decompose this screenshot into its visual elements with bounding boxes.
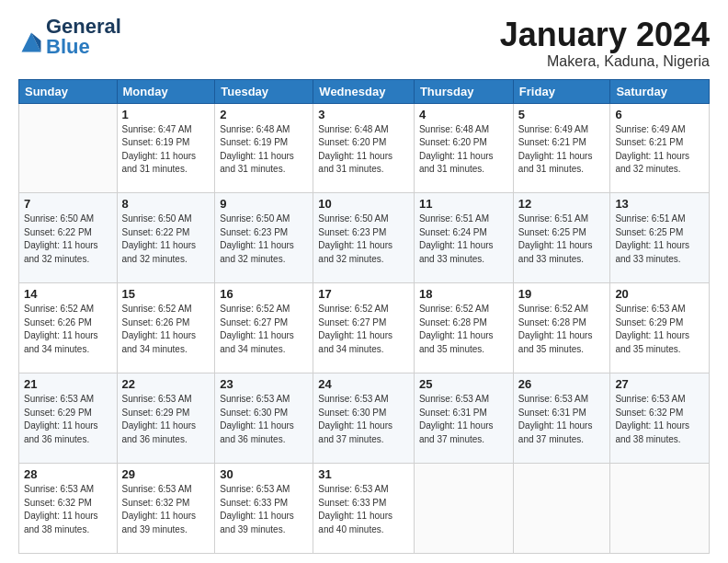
col-thursday: Thursday: [414, 79, 513, 103]
calendar-cell: 20Sunrise: 6:53 AMSunset: 6:29 PMDayligh…: [610, 283, 710, 373]
page: General Blue January 2024 Makera, Kaduna…: [0, 0, 728, 563]
day-info: Sunrise: 6:53 AMSunset: 6:31 PMDaylight:…: [419, 393, 508, 446]
col-saturday: Saturday: [610, 79, 710, 103]
day-number: 4: [419, 108, 508, 121]
day-number: 17: [318, 287, 409, 301]
calendar-cell: 22Sunrise: 6:53 AMSunset: 6:29 PMDayligh…: [117, 373, 215, 464]
day-number: 10: [318, 197, 409, 211]
day-number: 31: [318, 467, 409, 481]
day-info: Sunrise: 6:53 AMSunset: 6:32 PMDaylight:…: [24, 483, 112, 536]
calendar-cell: 8Sunrise: 6:50 AMSunset: 6:22 PMDaylight…: [117, 193, 215, 283]
calendar-week-2: 7Sunrise: 6:50 AMSunset: 6:22 PMDaylight…: [19, 193, 710, 283]
day-info: Sunrise: 6:52 AMSunset: 6:26 PMDaylight:…: [24, 303, 112, 356]
calendar-cell: 29Sunrise: 6:53 AMSunset: 6:32 PMDayligh…: [117, 464, 215, 554]
day-info: Sunrise: 6:52 AMSunset: 6:27 PMDaylight:…: [318, 303, 409, 356]
calendar-week-4: 21Sunrise: 6:53 AMSunset: 6:29 PMDayligh…: [19, 373, 710, 464]
calendar-cell: 17Sunrise: 6:52 AMSunset: 6:27 PMDayligh…: [313, 283, 415, 373]
day-number: 3: [318, 108, 409, 121]
day-info: Sunrise: 6:50 AMSunset: 6:22 PMDaylight:…: [24, 213, 112, 266]
col-monday: Monday: [117, 79, 215, 103]
calendar-cell: 31Sunrise: 6:53 AMSunset: 6:33 PMDayligh…: [313, 464, 415, 554]
calendar-cell: [19, 103, 118, 193]
calendar-week-1: 1Sunrise: 6:47 AMSunset: 6:19 PMDaylight…: [19, 103, 710, 193]
day-number: 25: [419, 377, 508, 391]
calendar-cell: 6Sunrise: 6:49 AMSunset: 6:21 PMDaylight…: [610, 103, 710, 193]
day-info: Sunrise: 6:48 AMSunset: 6:20 PMDaylight:…: [419, 123, 508, 177]
day-number: 28: [24, 467, 112, 481]
calendar-cell: 25Sunrise: 6:53 AMSunset: 6:31 PMDayligh…: [414, 373, 513, 464]
calendar-cell: 16Sunrise: 6:52 AMSunset: 6:27 PMDayligh…: [215, 283, 313, 373]
day-info: Sunrise: 6:50 AMSunset: 6:22 PMDaylight:…: [122, 213, 210, 266]
day-number: 9: [220, 197, 308, 211]
day-number: 27: [615, 377, 704, 391]
day-number: 29: [122, 467, 210, 481]
day-info: Sunrise: 6:53 AMSunset: 6:29 PMDaylight:…: [615, 303, 704, 356]
day-number: 12: [518, 197, 606, 211]
title-block: January 2024 Makera, Kaduna, Nigeria: [500, 17, 710, 70]
calendar-cell: [610, 464, 710, 554]
col-sunday: Sunday: [19, 79, 118, 103]
day-info: Sunrise: 6:49 AMSunset: 6:21 PMDaylight:…: [518, 123, 606, 177]
day-number: 8: [122, 197, 210, 211]
day-number: 7: [24, 197, 112, 211]
calendar-cell: 14Sunrise: 6:52 AMSunset: 6:26 PMDayligh…: [19, 283, 118, 373]
day-info: Sunrise: 6:51 AMSunset: 6:25 PMDaylight:…: [615, 213, 704, 266]
day-info: Sunrise: 6:51 AMSunset: 6:24 PMDaylight:…: [419, 213, 508, 266]
day-info: Sunrise: 6:52 AMSunset: 6:26 PMDaylight:…: [122, 303, 210, 356]
calendar-cell: 5Sunrise: 6:49 AMSunset: 6:21 PMDaylight…: [513, 103, 610, 193]
day-number: 18: [419, 287, 508, 301]
day-number: 6: [615, 108, 704, 121]
calendar-cell: 18Sunrise: 6:52 AMSunset: 6:28 PMDayligh…: [414, 283, 513, 373]
day-info: Sunrise: 6:52 AMSunset: 6:27 PMDaylight:…: [220, 303, 308, 356]
day-info: Sunrise: 6:51 AMSunset: 6:25 PMDaylight:…: [518, 213, 606, 266]
header-row: Sunday Monday Tuesday Wednesday Thursday…: [19, 79, 710, 103]
col-friday: Friday: [513, 79, 610, 103]
calendar-cell: 12Sunrise: 6:51 AMSunset: 6:25 PMDayligh…: [513, 193, 610, 283]
day-number: 22: [122, 377, 210, 391]
calendar-cell: 30Sunrise: 6:53 AMSunset: 6:33 PMDayligh…: [215, 464, 313, 554]
calendar-cell: [414, 464, 513, 554]
header: General Blue January 2024 Makera, Kaduna…: [18, 17, 710, 70]
day-number: 21: [24, 377, 112, 391]
calendar-cell: 21Sunrise: 6:53 AMSunset: 6:29 PMDayligh…: [19, 373, 118, 464]
day-info: Sunrise: 6:53 AMSunset: 6:33 PMDaylight:…: [318, 483, 409, 536]
day-number: 1: [122, 108, 210, 121]
day-number: 30: [220, 467, 308, 481]
day-info: Sunrise: 6:49 AMSunset: 6:21 PMDaylight:…: [615, 123, 704, 177]
day-info: Sunrise: 6:53 AMSunset: 6:29 PMDaylight:…: [24, 393, 112, 446]
calendar-subtitle: Makera, Kaduna, Nigeria: [500, 53, 710, 70]
calendar-cell: 7Sunrise: 6:50 AMSunset: 6:22 PMDaylight…: [19, 193, 118, 283]
day-number: 13: [615, 197, 704, 211]
day-info: Sunrise: 6:48 AMSunset: 6:20 PMDaylight:…: [318, 123, 409, 177]
day-number: 24: [318, 377, 409, 391]
day-info: Sunrise: 6:47 AMSunset: 6:19 PMDaylight:…: [122, 123, 210, 177]
day-number: 5: [518, 108, 606, 121]
day-number: 26: [518, 377, 606, 391]
day-info: Sunrise: 6:53 AMSunset: 6:30 PMDaylight:…: [318, 393, 409, 446]
day-info: Sunrise: 6:48 AMSunset: 6:19 PMDaylight:…: [220, 123, 308, 177]
day-info: Sunrise: 6:53 AMSunset: 6:30 PMDaylight:…: [220, 393, 308, 446]
calendar-cell: 15Sunrise: 6:52 AMSunset: 6:26 PMDayligh…: [117, 283, 215, 373]
calendar-cell: 1Sunrise: 6:47 AMSunset: 6:19 PMDaylight…: [117, 103, 215, 193]
day-number: 19: [518, 287, 606, 301]
calendar-cell: 24Sunrise: 6:53 AMSunset: 6:30 PMDayligh…: [313, 373, 415, 464]
calendar-table: Sunday Monday Tuesday Wednesday Thursday…: [18, 79, 710, 554]
day-info: Sunrise: 6:53 AMSunset: 6:29 PMDaylight:…: [122, 393, 210, 446]
calendar-cell: 13Sunrise: 6:51 AMSunset: 6:25 PMDayligh…: [610, 193, 710, 283]
day-info: Sunrise: 6:53 AMSunset: 6:33 PMDaylight:…: [220, 483, 308, 536]
calendar-cell: 28Sunrise: 6:53 AMSunset: 6:32 PMDayligh…: [19, 464, 118, 554]
calendar-week-3: 14Sunrise: 6:52 AMSunset: 6:26 PMDayligh…: [19, 283, 710, 373]
day-number: 20: [615, 287, 704, 301]
calendar-header: Sunday Monday Tuesday Wednesday Thursday…: [19, 79, 710, 103]
calendar-cell: 19Sunrise: 6:52 AMSunset: 6:28 PMDayligh…: [513, 283, 610, 373]
day-info: Sunrise: 6:52 AMSunset: 6:28 PMDaylight:…: [518, 303, 606, 356]
day-number: 16: [220, 287, 308, 301]
calendar-cell: 3Sunrise: 6:48 AMSunset: 6:20 PMDaylight…: [313, 103, 415, 193]
day-info: Sunrise: 6:53 AMSunset: 6:31 PMDaylight:…: [518, 393, 606, 446]
day-number: 2: [220, 108, 308, 121]
calendar-cell: 23Sunrise: 6:53 AMSunset: 6:30 PMDayligh…: [215, 373, 313, 464]
logo-blue-text: Blue: [46, 35, 90, 58]
logo: General Blue: [18, 17, 121, 57]
col-wednesday: Wednesday: [313, 79, 415, 103]
col-tuesday: Tuesday: [215, 79, 313, 103]
